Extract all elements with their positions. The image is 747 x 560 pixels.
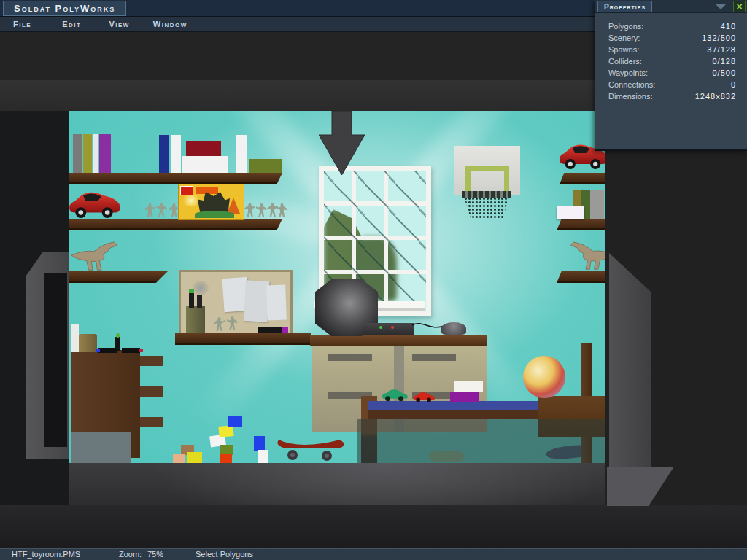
status-bar: HTF_toyroom.PMS Zoom: 75% Select Polygon… — [0, 548, 747, 560]
paper-stack[interactable] — [71, 324, 79, 352]
app-window: Soldat PolyWorks File Edit View Window P… — [0, 0, 747, 560]
properties-panel-titlebar[interactable]: Properties ✕ — [595, 0, 747, 13]
marker[interactable] — [98, 348, 117, 353]
lego-box-sun — [182, 195, 201, 206]
skateboard[interactable] — [276, 439, 345, 463]
book[interactable] — [249, 159, 282, 173]
toy-block[interactable] — [220, 454, 232, 463]
book[interactable] — [73, 134, 82, 173]
cup[interactable] — [79, 334, 97, 352]
menu-file[interactable]: File — [6, 20, 39, 28]
property-label: Colliders: — [608, 55, 642, 67]
toy-soldier[interactable] — [156, 201, 167, 219]
property-label: Dimensions: — [608, 90, 653, 102]
book[interactable] — [590, 190, 604, 219]
toy-box-white[interactable] — [454, 381, 483, 392]
toy-soldier[interactable] — [144, 202, 155, 219]
marker[interactable] — [258, 327, 284, 333]
close-icon[interactable]: ✕ — [733, 1, 746, 12]
property-row: Scenery: 132/500 — [595, 32, 747, 44]
toy-block[interactable] — [228, 416, 242, 427]
drawer-handle[interactable] — [412, 354, 456, 361]
properties-title-box: Properties — [597, 1, 652, 12]
map-lower-background — [0, 505, 747, 548]
properties-rows: Polygons: 410 Scenery: 132/500 Spawns: 3… — [595, 20, 747, 102]
basketball-net[interactable] — [464, 197, 509, 219]
menu-edit[interactable]: Edit — [55, 20, 88, 28]
property-row: Dimensions: 1248x832 — [595, 90, 747, 102]
shelf[interactable] — [560, 173, 605, 184]
toy-room-wall[interactable] — [69, 111, 605, 463]
toy-soldier[interactable] — [214, 316, 225, 333]
toy-mouse[interactable] — [441, 322, 466, 335]
shelf[interactable] — [557, 271, 605, 283]
toy-soldier[interactable] — [256, 202, 267, 219]
toy-car-small-red[interactable] — [411, 392, 437, 402]
property-label: Scenery: — [608, 32, 640, 44]
green-led — [379, 326, 382, 329]
marker[interactable] — [122, 348, 140, 353]
marker-tip — [139, 349, 143, 352]
room-floor[interactable] — [22, 463, 686, 505]
lego-box-base — [195, 211, 234, 218]
shelf[interactable] — [142, 173, 285, 184]
pencil-cup[interactable] — [186, 306, 205, 333]
desk-top[interactable] — [310, 335, 487, 346]
book[interactable] — [182, 156, 228, 173]
property-value: 132/500 — [702, 32, 736, 44]
drawer-handle[interactable] — [328, 354, 372, 361]
dresser-step[interactable] — [140, 417, 163, 427]
marker[interactable] — [189, 292, 194, 308]
book[interactable] — [557, 206, 584, 219]
book[interactable] — [186, 141, 221, 156]
toy-box-purple[interactable] — [450, 392, 479, 402]
toy-block[interactable] — [254, 436, 265, 451]
shelf[interactable] — [69, 271, 168, 283]
toy-dinosaur[interactable] — [557, 241, 605, 272]
marker-tip — [282, 327, 288, 332]
menu-view[interactable]: View — [101, 20, 136, 28]
toy-block[interactable] — [173, 454, 185, 463]
book[interactable] — [83, 134, 92, 173]
property-row: Waypoints: 0/500 — [595, 67, 747, 79]
toy-soldier[interactable] — [227, 315, 238, 332]
toy-block[interactable] — [258, 450, 268, 463]
book[interactable] — [236, 135, 247, 173]
property-row: Connections: 0 — [595, 79, 747, 90]
menu-window[interactable]: Window — [146, 20, 195, 28]
property-value: 0/500 — [712, 67, 736, 79]
shelf[interactable] — [142, 219, 285, 230]
dresser-step[interactable] — [140, 386, 163, 397]
toy-soldier[interactable] — [276, 202, 287, 219]
marker[interactable] — [197, 295, 202, 308]
shelf[interactable] — [557, 219, 605, 230]
toy-soldier[interactable] — [169, 202, 179, 219]
status-tool: Select Polygons — [196, 550, 253, 559]
computer-console[interactable] — [363, 323, 414, 335]
toy-block[interactable] — [220, 445, 233, 455]
status-zoom-value[interactable]: 75% — [147, 550, 163, 559]
dresser-step[interactable] — [140, 356, 163, 366]
properties-title: Properties — [604, 3, 646, 11]
property-label: Waypoints: — [608, 67, 648, 79]
toy-car-green[interactable] — [379, 389, 410, 402]
down-arrow-decoration[interactable] — [319, 111, 365, 175]
lego-box[interactable] — [178, 184, 244, 220]
app-title-box: Soldat PolyWorks — [3, 1, 126, 16]
property-value: 37/128 — [707, 44, 736, 55]
book[interactable] — [99, 134, 111, 173]
toy-soldier[interactable] — [244, 201, 255, 219]
book[interactable] — [93, 134, 98, 173]
toy-block[interactable] — [187, 452, 202, 463]
basketball-backboard[interactable] — [454, 146, 520, 195]
chevron-down-icon[interactable] — [716, 4, 726, 9]
book[interactable] — [159, 135, 169, 173]
shelf[interactable] — [175, 333, 311, 345]
toy-car-red[interactable] — [69, 188, 122, 220]
toy-dinosaur[interactable] — [69, 241, 133, 273]
toy-ball[interactable] — [523, 356, 565, 398]
under-table-shadow — [357, 419, 605, 463]
property-label: Polygons: — [608, 20, 643, 32]
book[interactable] — [171, 135, 181, 173]
pinned-paper — [244, 280, 270, 322]
